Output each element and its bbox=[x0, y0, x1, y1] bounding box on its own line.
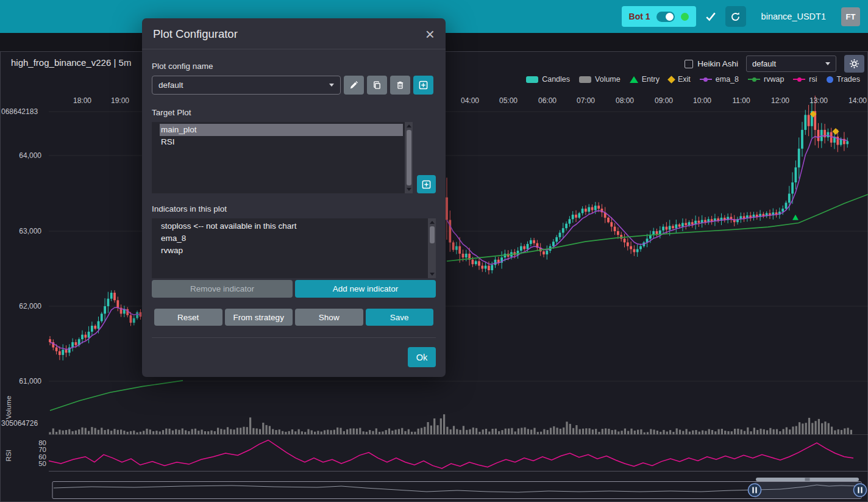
bot-online-dot bbox=[681, 13, 689, 21]
add-config-button[interactable] bbox=[413, 76, 433, 95]
legend-item-volume[interactable]: Volume bbox=[579, 75, 621, 84]
plot-config-select-header[interactable]: default bbox=[746, 56, 836, 72]
scroll-down-icon[interactable] bbox=[430, 273, 435, 276]
legend-item-rsi[interactable]: rsi bbox=[793, 75, 817, 84]
ft-avatar[interactable]: FT bbox=[841, 7, 860, 26]
plus-square-icon bbox=[419, 81, 428, 90]
legend-item-ema_8[interactable]: ema_8 bbox=[700, 75, 739, 84]
zoom-handle bbox=[749, 484, 761, 497]
svg-text:19:00: 19:00 bbox=[111, 96, 129, 105]
check-icon bbox=[705, 12, 716, 21]
chart-legend: CandlesVolumeEntryExitema_8rvwaprsiTrade… bbox=[526, 75, 860, 84]
config-actions-row: Reset From strategy Show Save bbox=[152, 309, 436, 326]
svg-text:07:00: 07:00 bbox=[577, 96, 595, 105]
svg-text:305064726: 305064726 bbox=[1, 419, 38, 428]
legend-swatch bbox=[748, 77, 760, 82]
svg-text:12:00: 12:00 bbox=[771, 96, 789, 105]
rvwap-line bbox=[447, 195, 868, 262]
indicator-actions-row: Remove indicator Add new indicator bbox=[152, 280, 436, 298]
config-name-value: default bbox=[158, 81, 183, 90]
scroll-up-icon[interactable] bbox=[407, 124, 411, 127]
zoom-handle bbox=[854, 484, 867, 497]
target-plot-label: Target Plot bbox=[152, 108, 436, 117]
heikin-ashi-control[interactable]: Heikin Ashi bbox=[685, 59, 738, 68]
config-name-select[interactable]: default bbox=[152, 76, 341, 95]
scrollbar[interactable] bbox=[405, 122, 413, 193]
modal-footer: Ok bbox=[142, 338, 446, 377]
legend-item-exit[interactable]: Exit bbox=[669, 75, 691, 84]
save-button[interactable]: Save bbox=[366, 309, 434, 326]
volume-bars bbox=[49, 414, 852, 434]
svg-text:05:00: 05:00 bbox=[499, 96, 518, 105]
refresh-button[interactable] bbox=[725, 6, 746, 27]
legend-swatch bbox=[827, 76, 833, 83]
scroll-up-icon[interactable] bbox=[430, 221, 435, 224]
bot-name-label: Bot 1 bbox=[629, 12, 650, 21]
legend-label: Candles bbox=[542, 75, 570, 84]
legend-label: rvwap bbox=[764, 75, 784, 84]
add-plot-button[interactable] bbox=[417, 175, 436, 193]
legend-label: Exit bbox=[678, 75, 691, 84]
svg-text:61,000: 61,000 bbox=[19, 377, 41, 385]
config-name-row: default bbox=[152, 76, 436, 95]
delete-config-button[interactable] bbox=[390, 76, 410, 95]
list-option[interactable]: ema_8 bbox=[160, 232, 426, 245]
target-plot-listbox[interactable]: main_plotRSI bbox=[152, 122, 413, 193]
svg-text:62,000: 62,000 bbox=[19, 302, 41, 310]
svg-text:64,000: 64,000 bbox=[19, 151, 41, 160]
pencil-icon bbox=[349, 81, 358, 90]
svg-text:80: 80 bbox=[38, 439, 46, 446]
chevron-down-icon bbox=[329, 84, 334, 87]
legend-swatch bbox=[793, 77, 805, 82]
list-option[interactable]: stoploss <-- not available in this chart bbox=[160, 220, 426, 232]
svg-text:10:00: 10:00 bbox=[693, 96, 711, 105]
trash-icon bbox=[396, 81, 405, 90]
from-strategy-button[interactable]: From strategy bbox=[225, 309, 293, 326]
svg-text:Volume: Volume bbox=[5, 396, 12, 419]
legend-swatch bbox=[526, 76, 538, 83]
plot-config-select-value: default bbox=[752, 59, 776, 68]
legend-swatch bbox=[667, 76, 675, 84]
list-option[interactable]: rvwap bbox=[160, 245, 426, 257]
svg-text:18:00: 18:00 bbox=[73, 96, 91, 105]
legend-label: Volume bbox=[595, 75, 621, 84]
add-new-indicator-button[interactable]: Add new indicator bbox=[295, 280, 436, 298]
scrollbar[interactable] bbox=[428, 218, 436, 278]
legend-label: rsi bbox=[809, 75, 817, 84]
svg-text:13:00: 13:00 bbox=[809, 96, 828, 105]
app-root: 18:0019:0004:0005:0006:0007:0008:0009:00… bbox=[0, 0, 868, 502]
svg-text:50: 50 bbox=[38, 460, 46, 467]
legend-item-entry[interactable]: Entry bbox=[630, 75, 660, 84]
svg-text:08:00: 08:00 bbox=[616, 96, 634, 105]
svg-text:04:00: 04:00 bbox=[461, 96, 479, 105]
chevron-down-icon bbox=[825, 62, 830, 65]
indicators-listbox[interactable]: stoploss <-- not available in this chart… bbox=[152, 218, 436, 278]
copy-icon bbox=[372, 81, 382, 90]
legend-swatch bbox=[700, 77, 712, 82]
svg-text:70: 70 bbox=[38, 446, 46, 453]
duplicate-config-button[interactable] bbox=[367, 76, 387, 95]
edit-config-button[interactable] bbox=[344, 76, 364, 95]
legend-label: Entry bbox=[642, 75, 660, 84]
list-option[interactable]: main_plot bbox=[160, 124, 403, 136]
remove-indicator-button[interactable]: Remove indicator bbox=[152, 280, 293, 298]
scroll-down-icon[interactable] bbox=[407, 188, 411, 191]
scroll-thumb[interactable] bbox=[430, 226, 435, 243]
heikin-ashi-checkbox[interactable] bbox=[685, 60, 693, 68]
bot-selector[interactable]: Bot 1 bbox=[622, 6, 696, 27]
scroll-thumb[interactable] bbox=[407, 130, 411, 185]
bot-toggle[interactable] bbox=[656, 12, 675, 22]
legend-item-trades[interactable]: Trades bbox=[827, 75, 860, 84]
plus-square-icon bbox=[422, 180, 431, 189]
list-option[interactable]: RSI bbox=[160, 136, 403, 148]
show-button[interactable]: Show bbox=[295, 309, 363, 326]
svg-text:RSI: RSI bbox=[5, 450, 12, 461]
legend-item-candles[interactable]: Candles bbox=[526, 75, 570, 84]
ok-button[interactable]: Ok bbox=[408, 347, 436, 367]
plot-settings-button[interactable] bbox=[844, 55, 864, 73]
reset-button[interactable]: Reset bbox=[154, 309, 222, 326]
close-icon[interactable]: × bbox=[425, 28, 435, 40]
svg-text:09:00: 09:00 bbox=[655, 96, 673, 105]
legend-item-rvwap[interactable]: rvwap bbox=[748, 75, 784, 84]
modal-header: Plot Configurator × bbox=[142, 18, 446, 49]
